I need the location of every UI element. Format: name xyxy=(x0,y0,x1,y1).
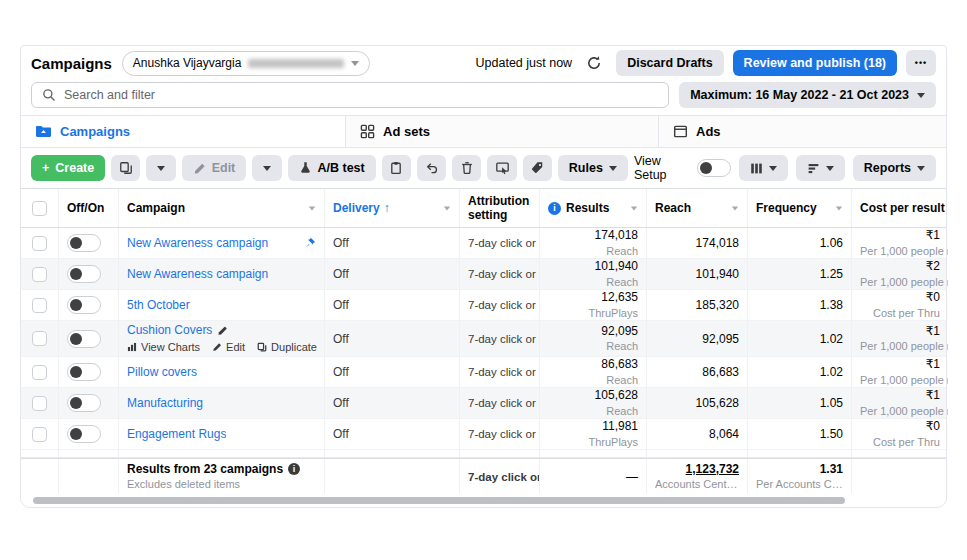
attribution-setting: 7-day click or ... xyxy=(460,357,540,387)
refresh-button[interactable] xyxy=(581,50,607,76)
column-header-delivery[interactable]: Delivery ↑ xyxy=(325,189,460,227)
table-row[interactable]: Engagement Rugs Off 7-day click or ... 1… xyxy=(21,419,946,450)
column-header-frequency[interactable]: Frequency xyxy=(748,189,852,227)
sort-caret-icon[interactable] xyxy=(309,206,315,210)
campaign-name-link[interactable]: New Awareness campaign xyxy=(127,236,268,250)
preview-button[interactable] xyxy=(487,155,516,181)
tab-ad-sets[interactable]: Ad sets xyxy=(346,116,659,147)
info-icon[interactable]: i xyxy=(548,202,561,215)
view-charts-action[interactable]: View Charts xyxy=(127,340,200,354)
delivery-status: Off xyxy=(325,419,460,449)
discard-drafts-button[interactable]: Discard Drafts xyxy=(616,50,723,76)
tab-ads[interactable]: Ads xyxy=(659,116,946,147)
review-publish-button[interactable]: Review and publish (18) xyxy=(733,50,897,76)
undo-button[interactable] xyxy=(417,155,446,181)
campaign-toggle[interactable] xyxy=(67,265,101,283)
campaign-name-link[interactable]: Engagement Rugs xyxy=(127,427,226,441)
info-icon[interactable]: i xyxy=(288,463,300,475)
column-header-campaign[interactable]: Campaign xyxy=(119,189,325,227)
row-checkbox[interactable] xyxy=(32,427,47,442)
sort-caret-icon[interactable] xyxy=(631,206,637,210)
column-header-results[interactable]: i Results xyxy=(540,189,647,227)
ab-test-button[interactable]: A/B test xyxy=(288,155,376,181)
reach-value: 101,940 xyxy=(647,259,748,289)
duplicate-button[interactable] xyxy=(111,155,140,181)
search-box[interactable] xyxy=(31,82,669,108)
campaign-name-link[interactable]: New Awareness campaign xyxy=(127,267,268,281)
reports-button[interactable]: Reports xyxy=(853,155,936,181)
sort-caret-icon[interactable] xyxy=(836,206,842,210)
columns-button[interactable] xyxy=(739,155,788,181)
clipboard-button[interactable] xyxy=(382,155,411,181)
row-checkbox[interactable] xyxy=(32,298,47,313)
account-id-redacted xyxy=(248,59,344,68)
toggle-knob xyxy=(700,162,712,174)
campaign-name-link[interactable]: Pillow covers xyxy=(127,365,197,379)
campaign-toggle[interactable] xyxy=(67,394,101,412)
row-checkbox[interactable] xyxy=(32,331,47,346)
tab-campaigns-label: Campaigns xyxy=(60,124,130,139)
campaign-toggle[interactable] xyxy=(67,425,101,443)
search-input[interactable] xyxy=(64,88,658,102)
edit-dropdown-button[interactable] xyxy=(252,155,281,181)
attribution-setting: 7-day click or ... xyxy=(460,228,540,258)
search-icon xyxy=(42,88,56,102)
horizontal-scrollbar xyxy=(21,494,946,507)
edit-action[interactable]: Edit xyxy=(212,340,245,354)
rules-label: Rules xyxy=(569,161,603,175)
campaign-toggle[interactable] xyxy=(67,296,101,314)
frequency-value: 1.50 xyxy=(748,419,852,449)
campaign-toggle[interactable] xyxy=(67,234,101,252)
account-selector[interactable]: Anushka Vijayvargia xyxy=(122,51,371,76)
table-row[interactable]: Pillow covers Off 7-day click or ... 86,… xyxy=(21,357,946,388)
campaign-name-link[interactable]: Manufacturing xyxy=(127,396,203,410)
view-setup-toggle[interactable] xyxy=(697,159,731,177)
more-options-button[interactable]: ••• xyxy=(906,50,936,76)
tab-campaigns[interactable]: Campaigns xyxy=(21,116,346,147)
table-row-hovered[interactable]: Cushion Covers View Charts Edit xyxy=(21,321,946,357)
toggle-knob xyxy=(70,397,82,409)
sort-caret-icon[interactable] xyxy=(732,206,738,210)
cost-value: ₹0 xyxy=(926,419,940,435)
campaign-toggle[interactable] xyxy=(67,363,101,381)
chevron-down-icon xyxy=(917,93,925,98)
row-checkbox[interactable] xyxy=(32,267,47,282)
tag-button[interactable] xyxy=(523,155,552,181)
row-checkbox[interactable] xyxy=(32,236,47,251)
select-all-checkbox[interactable] xyxy=(32,201,47,216)
reach-value: 174,018 xyxy=(647,228,748,258)
table-row[interactable]: New Awareness campaign Off 7-day click o… xyxy=(21,259,946,290)
campaign-toggle[interactable] xyxy=(67,330,101,348)
chevron-down-icon xyxy=(826,166,834,171)
frequency-value: 1.02 xyxy=(748,321,852,356)
duplicate-action[interactable]: Duplicate xyxy=(257,340,317,354)
attribution-setting: 7-day click or ... xyxy=(460,290,540,320)
table-row-partial[interactable] xyxy=(21,450,946,458)
campaign-name-link[interactable]: Cushion Covers xyxy=(127,323,212,339)
toggle-knob xyxy=(70,299,82,311)
cost-type: Cost per Thru xyxy=(873,435,940,449)
scrollbar-thumb[interactable] xyxy=(33,497,845,504)
row-checkbox[interactable] xyxy=(32,396,47,411)
row-checkbox[interactable] xyxy=(32,365,47,380)
breakdown-button[interactable] xyxy=(796,155,845,181)
campaign-name-link[interactable]: 5th October xyxy=(127,298,190,312)
table-row[interactable]: Manufacturing Off 7-day click or ... 105… xyxy=(21,388,946,419)
sort-caret-icon[interactable] xyxy=(444,206,450,210)
toggle-knob xyxy=(70,237,82,249)
summary-reach-value[interactable]: 1,123,732 xyxy=(686,462,739,478)
column-header-reach[interactable]: Reach xyxy=(647,189,748,227)
rename-pencil-icon[interactable] xyxy=(217,325,228,336)
table-row[interactable]: New Awareness campaign Off 7-day click o… xyxy=(21,228,946,259)
edit-label: Edit xyxy=(212,161,236,175)
table-row[interactable]: 5th October Off 7-day click or ... 12,63… xyxy=(21,290,946,321)
delivery-status: Off xyxy=(325,259,460,289)
summary-title: Results from 23 campaigns xyxy=(127,462,283,478)
delivery-status: Off xyxy=(325,290,460,320)
rules-button[interactable]: Rules xyxy=(558,155,628,181)
create-button[interactable]: + Create xyxy=(31,155,105,181)
delete-button[interactable] xyxy=(452,155,481,181)
date-range-selector[interactable]: Maximum: 16 May 2022 - 21 Oct 2023 xyxy=(679,82,936,108)
duplicate-dropdown-button[interactable] xyxy=(146,155,175,181)
edit-button[interactable]: Edit xyxy=(182,155,247,181)
